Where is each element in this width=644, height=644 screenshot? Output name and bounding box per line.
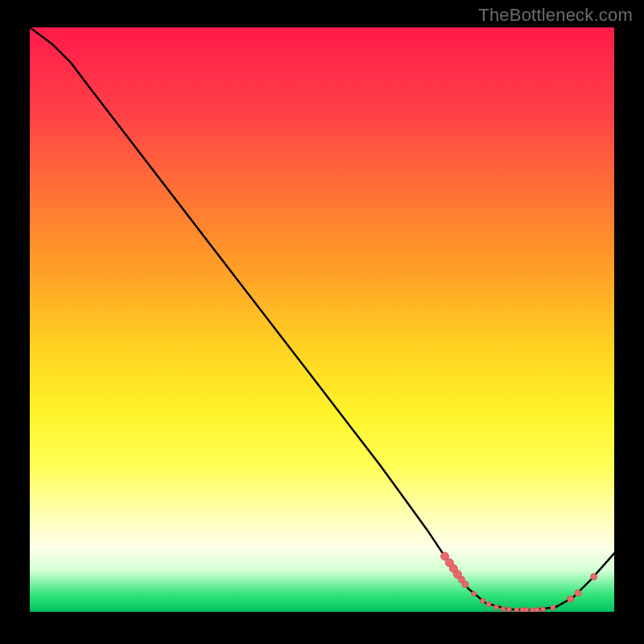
data-marker bbox=[535, 608, 539, 612]
data-marker bbox=[506, 607, 511, 612]
data-marker bbox=[575, 590, 581, 597]
data-marker bbox=[501, 606, 506, 611]
data-marker bbox=[540, 607, 545, 612]
data-marker bbox=[472, 592, 477, 597]
chart-container: TheBottleneck.com bbox=[0, 0, 644, 644]
data-marker bbox=[568, 596, 574, 602]
data-marker bbox=[514, 608, 519, 612]
attribution-text: TheBottleneck.com bbox=[478, 5, 633, 26]
data-marker bbox=[591, 573, 597, 580]
data-marker bbox=[462, 581, 469, 588]
chart-svg bbox=[30, 27, 614, 612]
data-marker bbox=[530, 608, 535, 612]
bottleneck-curve bbox=[30, 27, 614, 610]
data-marker bbox=[486, 602, 491, 607]
data-marker bbox=[551, 605, 555, 610]
data-marker bbox=[524, 608, 529, 612]
data-markers bbox=[441, 552, 597, 612]
data-marker bbox=[481, 598, 485, 603]
data-marker bbox=[493, 605, 498, 609]
plot-area bbox=[30, 27, 614, 612]
curve-line bbox=[30, 27, 614, 610]
